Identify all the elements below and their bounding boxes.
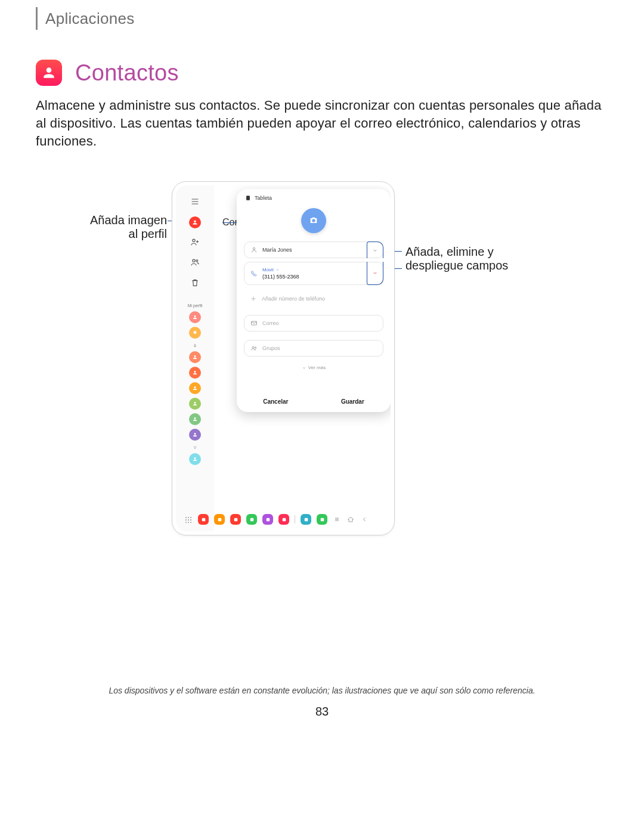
edit-contact-dialog: Tableta María Jones Móvil (311) 555-2368 bbox=[237, 189, 391, 412]
contact-avatar[interactable] bbox=[189, 311, 201, 323]
intro-paragraph: Almacene y administre sus contactos. Se … bbox=[36, 97, 608, 150]
add-phone-row[interactable]: Añadir número de teléfono bbox=[244, 291, 383, 306]
hamburger-icon[interactable] bbox=[188, 195, 202, 208]
taskbar-app-icon[interactable] bbox=[301, 514, 311, 525]
contacts-sidebar: Mi perfil &V bbox=[176, 185, 214, 531]
nav-separator bbox=[295, 515, 295, 524]
svg-rect-19 bbox=[234, 518, 237, 521]
svg-rect-3 bbox=[246, 196, 250, 200]
add-contact-icon[interactable] bbox=[188, 236, 202, 249]
taskbar-app-icon[interactable] bbox=[198, 514, 209, 525]
cancel-button[interactable]: Cancelar bbox=[263, 398, 288, 405]
page-number: 83 bbox=[0, 705, 644, 719]
svg-point-0 bbox=[193, 239, 195, 241]
storage-location[interactable]: Tableta bbox=[237, 189, 391, 202]
home-button[interactable] bbox=[346, 515, 355, 524]
contact-avatar[interactable] bbox=[189, 351, 201, 363]
svg-rect-21 bbox=[266, 518, 270, 521]
see-more-button[interactable]: Ver más bbox=[237, 365, 391, 370]
page-title: Contactos bbox=[75, 60, 179, 86]
svg-rect-24 bbox=[320, 518, 324, 521]
tablet-frame: Mi perfil &V Cor contacto de la listazqu… bbox=[172, 181, 395, 535]
taskbar-app-icon[interactable] bbox=[317, 514, 327, 525]
save-button[interactable]: Guardar bbox=[341, 398, 364, 405]
callout-fields: Añada, elimine ydespliegue campos bbox=[405, 245, 561, 272]
plus-icon bbox=[250, 295, 257, 302]
taskbar-app-icon[interactable] bbox=[246, 514, 257, 525]
group-icon[interactable] bbox=[188, 256, 202, 269]
svg-rect-22 bbox=[282, 518, 286, 521]
svg-point-4 bbox=[253, 247, 255, 250]
trash-icon[interactable] bbox=[188, 276, 202, 289]
contacts-app-icon bbox=[36, 60, 62, 86]
taskbar bbox=[176, 512, 391, 527]
contact-avatar[interactable] bbox=[189, 367, 201, 379]
callout-profile-image: Añada imagenal perfil bbox=[36, 213, 167, 241]
phone-field[interactable]: Móvil (311) 555-2368 bbox=[244, 262, 383, 285]
index-letter: V bbox=[176, 445, 214, 450]
taskbar-app-icon[interactable] bbox=[230, 514, 241, 525]
contacts-main: Cor contacto de la listazquierda. Tablet… bbox=[214, 185, 391, 531]
recents-button[interactable] bbox=[333, 515, 341, 524]
phone-icon bbox=[250, 270, 258, 277]
contact-avatar[interactable] bbox=[189, 453, 201, 465]
svg-point-2 bbox=[196, 260, 198, 262]
svg-point-6 bbox=[252, 346, 254, 348]
title-row: Contactos bbox=[36, 60, 179, 86]
contact-avatar[interactable] bbox=[189, 382, 201, 394]
taskbar-app-icon[interactable] bbox=[214, 514, 225, 525]
add-profile-photo-button[interactable] bbox=[301, 208, 326, 233]
contact-avatar[interactable] bbox=[189, 413, 201, 425]
section-header: Aplicaciones bbox=[45, 10, 135, 28]
my-profile-label: Mi perfil bbox=[176, 304, 214, 308]
expand-name-button[interactable] bbox=[367, 241, 383, 258]
email-field[interactable]: Correo bbox=[244, 315, 383, 332]
groups-field[interactable]: Grupos bbox=[244, 340, 383, 357]
index-letter: & bbox=[176, 343, 214, 348]
mail-icon bbox=[250, 320, 258, 327]
contact-avatar[interactable] bbox=[189, 429, 201, 441]
contact-avatar[interactable] bbox=[189, 398, 201, 410]
svg-rect-23 bbox=[304, 518, 308, 521]
name-field[interactable]: María Jones bbox=[244, 241, 383, 258]
svg-point-7 bbox=[255, 347, 256, 348]
sidebar-contact-icon[interactable] bbox=[189, 216, 201, 228]
svg-rect-20 bbox=[250, 518, 253, 521]
groups-icon bbox=[250, 345, 258, 352]
contact-avatar[interactable] bbox=[189, 327, 201, 339]
svg-rect-17 bbox=[202, 518, 205, 521]
header-rule bbox=[36, 7, 38, 30]
svg-point-1 bbox=[193, 259, 195, 262]
person-icon bbox=[250, 246, 258, 253]
disclaimer-text: Los dispositivos y el software están en … bbox=[0, 686, 644, 695]
taskbar-app-icon[interactable] bbox=[278, 514, 289, 525]
remove-phone-button[interactable] bbox=[367, 262, 383, 285]
back-button[interactable] bbox=[360, 515, 369, 524]
svg-rect-18 bbox=[218, 518, 221, 521]
taskbar-app-icon[interactable] bbox=[262, 514, 273, 525]
svg-rect-5 bbox=[252, 321, 257, 325]
